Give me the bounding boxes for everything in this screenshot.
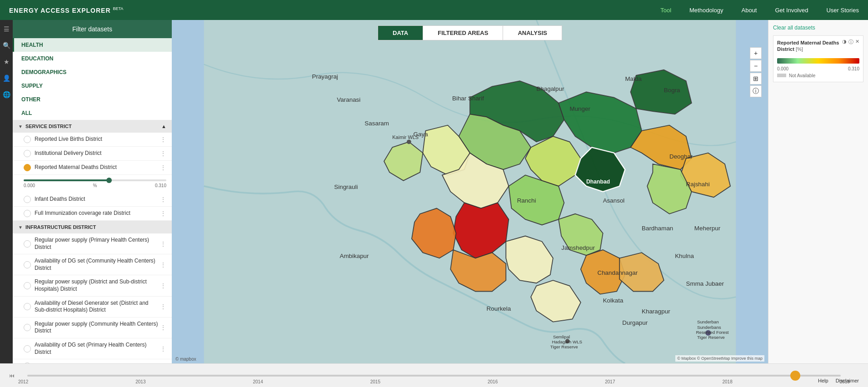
chevron-down-icon: ▼ bbox=[18, 124, 23, 129]
dataset-options-icon[interactable]: ⋮ bbox=[160, 196, 166, 203]
nav-methodology[interactable]: Methodology bbox=[689, 7, 723, 14]
city-ranchi: Ranchi bbox=[517, 197, 536, 204]
dataset-options-icon[interactable]: ⋮ bbox=[160, 303, 166, 310]
list-item: Regular power supply (District and Sub-d… bbox=[13, 275, 172, 296]
city-jamshedpur: Jamshedpur bbox=[561, 244, 595, 251]
city-bardhaman: Bardhaman bbox=[642, 225, 673, 232]
sidebar-item-health[interactable]: HEALTH bbox=[13, 38, 172, 52]
list-item: Infant Deaths District ⋮ bbox=[13, 193, 172, 207]
legend-item-maternal-deaths: Reported Maternal Deaths District [%] ◑ … bbox=[773, 35, 863, 82]
tab-filtered-areas[interactable]: FILTERED AREAS bbox=[423, 26, 503, 40]
toggle-regular-power-phc[interactable] bbox=[24, 240, 31, 248]
sidebar-item-other[interactable]: OTHER bbox=[13, 93, 172, 106]
city-ambikapur: Ambikapur bbox=[339, 253, 369, 259]
beta-label: BETA bbox=[113, 6, 123, 11]
dataset-dg-phc-label: Availability of DG set (Primary Health C… bbox=[35, 342, 160, 356]
year-2014: 2014 bbox=[253, 379, 263, 384]
list-item: Regular power supply (Community Health C… bbox=[13, 318, 172, 338]
map-tabs: DATA FILTERED AREAS ANALYSIS bbox=[378, 25, 562, 40]
label-sunderbans3: Sunderban bbox=[697, 319, 719, 324]
tab-analysis[interactable]: ANALYSIS bbox=[503, 26, 562, 40]
toggle-live-births[interactable] bbox=[24, 136, 31, 143]
toggle-regular-power-chc[interactable] bbox=[24, 324, 31, 331]
list-item: Reported Live Births District ⋮ bbox=[13, 133, 172, 147]
legend-contrast-icon[interactable]: ◑ bbox=[842, 39, 847, 45]
nav-about[interactable]: About bbox=[741, 7, 757, 14]
nav-tool[interactable]: Tool bbox=[660, 7, 671, 14]
dataset-options-icon[interactable]: ⋮ bbox=[160, 136, 166, 143]
city-deoghar: Deoghar bbox=[669, 153, 693, 160]
app-title: ENERGY ACCESS EXPLORER bbox=[9, 6, 111, 14]
timeline-start-icon: ⏮ bbox=[9, 372, 23, 379]
slider-handle[interactable] bbox=[106, 178, 112, 183]
toggle-dg-phc[interactable] bbox=[24, 345, 31, 352]
dataset-maternal-deaths-label: Reported Maternal Deaths District bbox=[35, 164, 160, 171]
dataset-options-icon[interactable]: ⋮ bbox=[160, 210, 166, 217]
year-2015: 2015 bbox=[370, 379, 380, 384]
legend-info-icon[interactable]: ⓘ bbox=[848, 39, 853, 45]
toggle-infant-deaths[interactable] bbox=[24, 196, 31, 203]
sidebar-item-all[interactable]: ALL bbox=[13, 106, 172, 120]
timeline-track[interactable] bbox=[27, 375, 841, 377]
section-service-district[interactable]: ▼ SERVICE DISTRICT ▲ bbox=[13, 120, 172, 133]
help-link[interactable]: Help bbox=[818, 378, 828, 383]
user-icon[interactable]: 👤 bbox=[2, 74, 11, 83]
slider-labels: 0.000 % 0.310 bbox=[24, 183, 166, 188]
dataset-options-icon[interactable]: ⋮ bbox=[160, 282, 166, 289]
label-sunderbans2: Reserved Forest bbox=[696, 330, 728, 335]
section-infrastructure-district[interactable]: ▼ INFRASTRUCTURE DISTRICT bbox=[13, 221, 172, 233]
disclaimer-link[interactable]: Disclaimer bbox=[836, 378, 859, 383]
dataset-options-icon[interactable]: ⋮ bbox=[160, 240, 166, 248]
dataset-regular-power-district-label: Regular power supply (District and Sub-d… bbox=[35, 278, 160, 293]
app-logo: ENERGY ACCESS EXPLORER BETA bbox=[9, 6, 123, 14]
zoom-in-button[interactable]: + bbox=[750, 47, 762, 59]
menu-icon[interactable]: ☰ bbox=[2, 25, 11, 34]
toggle-dg-district-hospitals[interactable] bbox=[24, 303, 31, 310]
legend-range: 0.000 0.310 bbox=[777, 66, 859, 71]
city-rajshahi: Rajshahi bbox=[686, 181, 710, 188]
right-panel: Clear all datasets Reported Maternal Dea… bbox=[768, 20, 868, 363]
nav-get-involved[interactable]: Get Involved bbox=[775, 7, 808, 14]
toggle-regular-power-district[interactable] bbox=[24, 282, 31, 289]
section-collapse-icon[interactable]: ▲ bbox=[161, 124, 166, 129]
toggle-institutional-delivery[interactable] bbox=[24, 150, 31, 157]
city-prayagraj: Prayagraj bbox=[312, 73, 338, 80]
layers-button[interactable]: ⊞ bbox=[750, 73, 762, 84]
legend-gradient bbox=[777, 58, 859, 64]
clear-all-button[interactable]: Clear all datasets bbox=[773, 25, 815, 31]
city-sasaram: Sasaram bbox=[364, 120, 389, 127]
toggle-dg-set-chc[interactable] bbox=[24, 261, 31, 268]
dataset-regular-power-phc-label: Regular power supply (Primary Health Cen… bbox=[35, 237, 160, 251]
zoom-out-button[interactable]: − bbox=[750, 60, 762, 72]
info-button[interactable]: ⓘ bbox=[750, 85, 762, 97]
dataset-options-icon[interactable]: ⋮ bbox=[160, 164, 166, 171]
dataset-options-icon[interactable]: ⋮ bbox=[160, 324, 166, 331]
legend-max: 0.310 bbox=[848, 66, 859, 71]
legend-title-text: Reported Maternal Deaths District bbox=[777, 40, 839, 52]
toggle-maternal-deaths[interactable] bbox=[24, 164, 31, 171]
search-icon[interactable]: 🔍 bbox=[2, 41, 11, 50]
label-sunderbans4: Tiger Reserve bbox=[697, 335, 725, 340]
year-2017: 2017 bbox=[605, 379, 615, 384]
globe-icon[interactable]: 🌐 bbox=[2, 90, 11, 99]
dataset-options-icon[interactable]: ⋮ bbox=[160, 345, 166, 352]
section-infrastructure-label: INFRASTRUCTURE DISTRICT bbox=[25, 224, 96, 230]
slider-unit: % bbox=[93, 183, 97, 188]
list-item: Availability of Diesel Generator set (Di… bbox=[13, 297, 172, 318]
sidebar-categories: HEALTH EDUCATION DEMOGRAPHICS SUPPLY OTH… bbox=[13, 38, 172, 120]
dataset-options-icon[interactable]: ⋮ bbox=[160, 150, 166, 157]
sidebar-item-education[interactable]: EDUCATION bbox=[13, 52, 172, 65]
bookmark-icon[interactable]: ★ bbox=[2, 57, 11, 66]
legend-close-icon[interactable]: ✕ bbox=[855, 39, 859, 45]
dataset-options-icon[interactable]: ⋮ bbox=[160, 261, 166, 268]
label-tiger-reserve3: Tiger Reserve bbox=[550, 344, 578, 349]
tab-data[interactable]: DATA bbox=[378, 26, 423, 40]
nav-user-stories[interactable]: User Stories bbox=[826, 7, 859, 14]
toggle-immunization[interactable] bbox=[24, 210, 31, 217]
sidebar-item-supply[interactable]: SUPPLY bbox=[13, 79, 172, 93]
timeline-labels: 2012 2013 2014 2015 2016 2017 2018 2019 bbox=[18, 379, 850, 384]
sidebar-item-demographics[interactable]: DEMOGRAPHICS bbox=[13, 65, 172, 79]
bottom-actions: Help Disclaimer bbox=[818, 378, 859, 383]
year-2012: 2012 bbox=[18, 379, 28, 384]
city-bihar-sharif: Bihar Sharif bbox=[452, 95, 484, 102]
